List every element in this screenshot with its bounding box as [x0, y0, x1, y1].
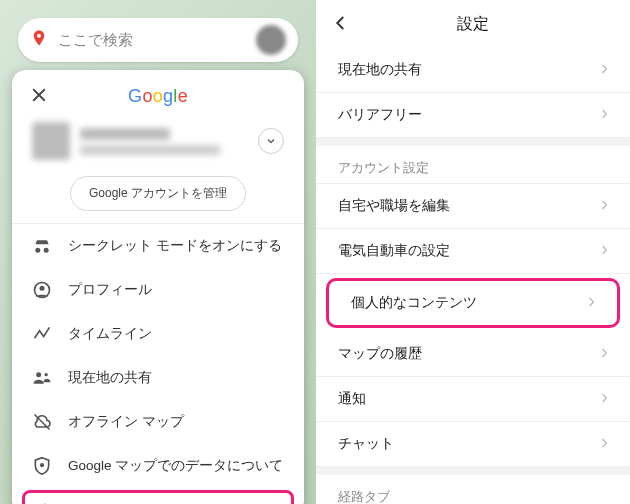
svg-point-2 [40, 286, 45, 291]
item-label: 自宅や職場を編集 [338, 197, 450, 215]
manage-account-button[interactable]: Google アカウントを管理 [70, 176, 246, 211]
phone-right: 設定 現在地の共有 バリアフリー アカウント設定 自宅や職場を編集 電気自動車の… [316, 0, 630, 504]
menu-profile[interactable]: プロフィール [12, 268, 304, 312]
section-account: アカウント設定 [316, 138, 630, 184]
item-label: バリアフリー [338, 106, 422, 124]
svg-point-0 [37, 34, 41, 38]
menu-label: Google マップでのデータについて [68, 457, 283, 475]
phone-left: ここで検索 Google Google アカウントを管理 シークレット モードを… [0, 0, 316, 504]
menu-settings[interactable]: 設定 [22, 490, 294, 504]
account-sheet: Google Google アカウントを管理 シークレット モードをオンにする … [12, 70, 304, 504]
menu-offline-maps[interactable]: オフライン マップ [12, 400, 304, 444]
menu-label: 現在地の共有 [68, 369, 152, 387]
item-notifications[interactable]: 通知 [316, 377, 630, 422]
svg-point-3 [36, 372, 41, 377]
cloud-off-icon [32, 412, 52, 432]
menu-incognito[interactable]: シークレット モードをオンにする [12, 224, 304, 268]
share-location-icon [32, 368, 52, 388]
search-bar[interactable]: ここで検索 [18, 18, 298, 62]
chevron-right-icon [585, 295, 597, 311]
section-route-tab: 経路タブ [316, 467, 630, 504]
menu-maps-data[interactable]: Google マップでのデータについて [12, 444, 304, 488]
chevron-right-icon [598, 243, 610, 259]
chevron-right-icon [598, 346, 610, 362]
account-avatar [32, 122, 70, 160]
item-label: 現在地の共有 [338, 61, 422, 79]
menu: シークレット モードをオンにする プロフィール タイムライン 現在地の共有 オフ… [12, 223, 304, 504]
item-label: マップの履歴 [338, 345, 422, 363]
account-text [80, 128, 248, 155]
search-placeholder: ここで検索 [58, 31, 256, 50]
settings-header: 設定 [316, 0, 630, 48]
chevron-down-icon[interactable] [258, 128, 284, 154]
menu-location-sharing[interactable]: 現在地の共有 [12, 356, 304, 400]
menu-label: オフライン マップ [68, 413, 184, 431]
item-label: チャット [338, 435, 394, 453]
chevron-right-icon [598, 198, 610, 214]
incognito-icon [32, 236, 52, 256]
avatar[interactable] [256, 25, 286, 55]
menu-label: プロフィール [68, 281, 152, 299]
close-icon[interactable] [30, 86, 48, 108]
google-logo: Google [128, 86, 188, 107]
shield-icon [32, 456, 52, 476]
item-accessibility[interactable]: バリアフリー [316, 93, 630, 138]
back-icon[interactable] [332, 14, 350, 36]
item-ev-settings[interactable]: 電気自動車の設定 [316, 229, 630, 274]
chevron-right-icon [598, 107, 610, 123]
account-row[interactable] [12, 118, 304, 170]
menu-timeline[interactable]: タイムライン [12, 312, 304, 356]
page-title: 設定 [457, 14, 489, 35]
chevron-right-icon [598, 436, 610, 452]
timeline-icon [32, 324, 52, 344]
item-label: 個人的なコンテンツ [351, 294, 477, 312]
chevron-right-icon [598, 62, 610, 78]
highlight-personal-content: 個人的なコンテンツ [326, 278, 620, 328]
item-edit-home-work[interactable]: 自宅や職場を編集 [316, 184, 630, 229]
menu-label: タイムライン [68, 325, 152, 343]
item-location-sharing[interactable]: 現在地の共有 [316, 48, 630, 93]
item-personal-content[interactable]: 個人的なコンテンツ [329, 281, 617, 325]
item-chat[interactable]: チャット [316, 422, 630, 467]
user-icon [32, 280, 52, 300]
chevron-right-icon [598, 391, 610, 407]
pin-icon [30, 27, 48, 53]
item-maps-history[interactable]: マップの履歴 [316, 332, 630, 377]
svg-point-4 [40, 463, 44, 467]
item-label: 電気自動車の設定 [338, 242, 450, 260]
menu-label: シークレット モードをオンにする [68, 237, 282, 255]
item-label: 通知 [338, 390, 366, 408]
